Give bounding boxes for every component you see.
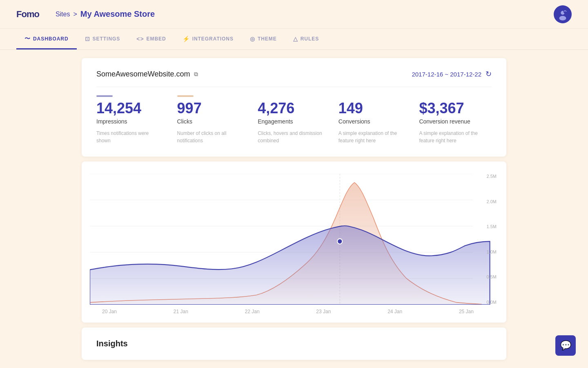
breadcrumb: Sites > My Awesome Store (56, 9, 155, 19)
refresh-icon[interactable]: ↻ (486, 70, 492, 79)
y-label-2: 1.0M (478, 249, 497, 254)
date-range-picker[interactable]: 2017-12-16 ~ 2017-12-22 ↻ (412, 70, 492, 79)
metric-conversions: 149 Conversions A simple explanation of … (330, 95, 411, 157)
insights-title: Insights (96, 339, 492, 348)
x-label-2: 22 Jan (245, 309, 260, 314)
impressions-label: Impressions (96, 118, 169, 125)
theme-icon: ◎ (250, 36, 255, 42)
tab-rules[interactable]: △ Rules (285, 29, 327, 49)
clicks-value: 997 (177, 101, 250, 116)
engagements-label: Engagements (258, 118, 330, 125)
settings-icon: ⊡ (85, 36, 90, 42)
x-label-3: 23 Jan (316, 309, 331, 314)
engagements-value: 4,276 (258, 101, 330, 116)
revenue-desc: A simple explanation of the feature righ… (419, 130, 484, 144)
y-label-3: 1.5M (478, 224, 497, 229)
tab-integrations[interactable]: ⚡ Integrations (174, 29, 242, 49)
y-label-1: 0.5M (478, 274, 497, 279)
embed-icon: <> (136, 36, 144, 42)
metric-impressions: 14,254 Impressions Times notifications w… (96, 95, 169, 157)
revenue-value: $3,367 (419, 101, 492, 116)
header: Fomo Sites > My Awesome Store (0, 0, 588, 29)
avatar[interactable] (554, 5, 572, 23)
conversions-value: 149 (339, 101, 411, 116)
clicks-label: Clicks (177, 118, 250, 125)
metric-conversion-revenue: $3,367 Conversion revenue A simple expla… (411, 95, 492, 157)
site-url-text: SomeAwesomeWebsite.com (96, 70, 190, 79)
x-label-5: 25 Jan (459, 309, 474, 314)
chart-card: 0.0M 0.5M 1.0M 1.5M 2.0M 2.5M 20 Jan 21 … (82, 162, 506, 323)
svg-point-12 (337, 239, 342, 244)
rules-icon: △ (293, 36, 298, 42)
insights-card: Insights (82, 328, 506, 360)
y-label-0: 0.0M (478, 300, 497, 305)
revenue-indicator (419, 95, 435, 97)
dashboard-icon: 〜 (24, 35, 31, 43)
integrations-icon: ⚡ (183, 36, 190, 42)
metric-clicks: 997 Clicks Number of clicks on all notif… (169, 95, 250, 157)
tab-embed[interactable]: <> Embed (128, 29, 174, 49)
tab-theme[interactable]: ◎ Theme (242, 29, 285, 49)
y-axis: 0.0M 0.5M 1.0M 1.5M 2.0M 2.5M (478, 174, 498, 305)
impressions-indicator (96, 95, 113, 97)
clicks-desc: Number of clicks on all notifications (177, 130, 243, 144)
x-label-4: 24 Jan (388, 309, 402, 314)
revenue-label: Conversion revenue (419, 118, 492, 125)
site-url: SomeAwesomeWebsite.com ⧉ (96, 70, 198, 79)
x-label-0: 20 Jan (102, 309, 117, 314)
external-link-icon[interactable]: ⧉ (194, 71, 198, 78)
svg-point-3 (564, 9, 567, 13)
date-range-text: 2017-12-16 ~ 2017-12-22 (412, 71, 481, 78)
svg-point-4 (564, 11, 565, 11)
engagements-desc: Clicks, hovers and dismission combined (258, 130, 323, 144)
nav-tabs: 〜 Dashboard ⊡ Settings <> Embed ⚡ Integr… (0, 29, 588, 50)
conversions-label: Conversions (339, 118, 411, 125)
metrics-row: 14,254 Impressions Times notifications w… (96, 87, 492, 157)
y-label-5: 2.5M (478, 174, 497, 179)
x-axis: 20 Jan 21 Jan 22 Jan 23 Jan 24 Jan 25 Ja… (90, 305, 498, 314)
main-content: SomeAwesomeWebsite.com ⧉ 2017-12-16 ~ 20… (0, 50, 588, 368)
impressions-value: 14,254 (96, 101, 169, 116)
impressions-desc: Times notifications were shown (96, 130, 162, 144)
stats-card-header: SomeAwesomeWebsite.com ⧉ 2017-12-16 ~ 20… (96, 70, 492, 79)
metric-engagements: 4,276 Engagements Clicks, hovers and dis… (249, 95, 330, 157)
y-label-4: 2.0M (478, 199, 497, 204)
tab-dashboard[interactable]: 〜 Dashboard (16, 29, 77, 49)
engagements-indicator (258, 95, 274, 97)
conversions-indicator (339, 95, 355, 97)
breadcrumb-current: My Awesome Store (80, 9, 155, 19)
tab-settings[interactable]: ⊡ Settings (77, 29, 129, 49)
chart-area: 0.0M 0.5M 1.0M 1.5M 2.0M 2.5M (90, 174, 498, 305)
svg-point-2 (559, 16, 566, 20)
breadcrumb-separator: > (73, 11, 77, 18)
chat-button[interactable]: 💬 (555, 335, 576, 356)
clicks-indicator (177, 95, 194, 97)
conversions-desc: A simple explanation of the feature righ… (339, 130, 404, 144)
chat-icon: 💬 (560, 340, 571, 351)
chart-svg (90, 174, 498, 305)
logo: Fomo (16, 9, 39, 20)
breadcrumb-sites[interactable]: Sites (56, 11, 70, 18)
x-label-1: 21 Jan (174, 309, 188, 314)
stats-card: SomeAwesomeWebsite.com ⧉ 2017-12-16 ~ 20… (82, 58, 506, 157)
